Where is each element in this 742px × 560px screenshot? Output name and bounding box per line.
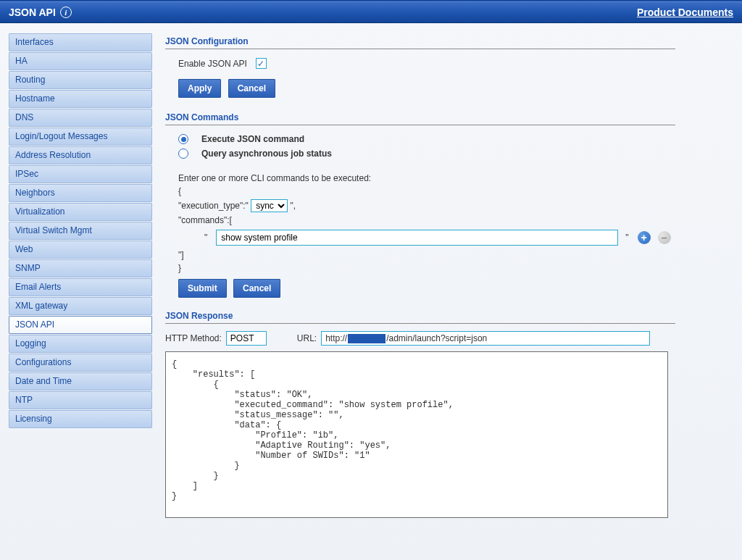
cli-prompt: Enter one or more CLI commands to be exe… [178, 172, 675, 185]
sidebar-item-neighbors[interactable]: Neighbors [9, 184, 152, 202]
sidebar-item-xml-gateway[interactable]: XML gateway [9, 297, 152, 315]
commands-array-close: "] [178, 248, 675, 262]
json-response-body: { "results": [ { "status": "OK", "execut… [165, 351, 668, 518]
section-json-configuration: JSON Configuration [165, 33, 675, 49]
enable-json-api-label: Enable JSON API [178, 59, 247, 69]
sidebar-item-routing[interactable]: Routing [9, 71, 152, 89]
http-method-input[interactable] [226, 331, 267, 346]
execute-json-command-radio[interactable] [178, 134, 188, 144]
execute-json-command-label: Execute JSON command [201, 134, 304, 144]
execution-type-select[interactable]: sync [251, 199, 288, 212]
sidebar: InterfacesHARoutingHostnameDNSLogin/Logo… [9, 33, 152, 518]
submit-button[interactable]: Submit [178, 279, 227, 298]
sidebar-item-hostname[interactable]: Hostname [9, 90, 152, 108]
remove-command-button: – [658, 231, 671, 244]
sidebar-item-ntp[interactable]: NTP [9, 391, 152, 409]
redacted-host [348, 334, 385, 343]
url-input[interactable]: http:///admin/launch?script=json [321, 331, 650, 346]
query-async-job-radio[interactable] [178, 149, 188, 159]
cancel-config-button[interactable]: Cancel [228, 79, 275, 98]
main-content: JSON Configuration Enable JSON API ✓ App… [165, 33, 733, 518]
commands-array-open: "commands":[ [178, 214, 675, 227]
sidebar-item-snmp[interactable]: SNMP [9, 259, 152, 277]
sidebar-item-licensing[interactable]: Licensing [9, 410, 152, 428]
app-header: JSON API i Product Documents [0, 1, 742, 23]
sidebar-item-logging[interactable]: Logging [9, 335, 152, 353]
info-icon[interactable]: i [60, 7, 72, 18]
sidebar-item-ha[interactable]: HA [9, 52, 152, 70]
sidebar-item-virtualization[interactable]: Virtualization [9, 203, 152, 221]
sidebar-item-web[interactable]: Web [9, 241, 152, 259]
sidebar-item-ipsec[interactable]: IPSec [9, 165, 152, 183]
add-command-button[interactable]: + [638, 231, 651, 244]
section-json-commands: JSON Commands [165, 109, 675, 125]
http-method-label: HTTP Method: [165, 333, 222, 343]
sidebar-item-virtual-switch-mgmt[interactable]: Virtual Switch Mgmt [9, 222, 152, 240]
quote-close: " [625, 233, 630, 243]
json-close-brace: } [178, 262, 675, 275]
page-title-text: JSON API [9, 7, 56, 18]
command-input[interactable] [216, 230, 618, 246]
sidebar-item-email-alerts[interactable]: Email Alerts [9, 278, 152, 296]
sidebar-item-json-api[interactable]: JSON API [9, 316, 152, 334]
cancel-commands-button[interactable]: Cancel [233, 279, 280, 298]
product-documents-link[interactable]: Product Documents [637, 7, 733, 18]
sidebar-item-interfaces[interactable]: Interfaces [9, 33, 152, 51]
quote-open: " [204, 233, 209, 243]
apply-button[interactable]: Apply [178, 79, 221, 98]
enable-json-api-checkbox[interactable]: ✓ [256, 58, 267, 69]
page-title: JSON API i [9, 7, 72, 18]
sidebar-item-address-resolution[interactable]: Address Resolution [9, 146, 152, 164]
sidebar-item-dns[interactable]: DNS [9, 109, 152, 127]
url-label: URL: [297, 333, 317, 343]
sidebar-item-date-and-time[interactable]: Date and Time [9, 372, 152, 390]
sidebar-item-login-logout-messages[interactable]: Login/Logout Messages [9, 128, 152, 146]
section-json-response: JSON Response [165, 308, 675, 324]
json-open-brace: { [178, 185, 675, 198]
sidebar-item-configurations[interactable]: Configurations [9, 354, 152, 372]
execution-type-line: "execution_type":" sync ", [178, 198, 675, 214]
query-async-job-label: Query asynchronous job status [201, 149, 332, 159]
